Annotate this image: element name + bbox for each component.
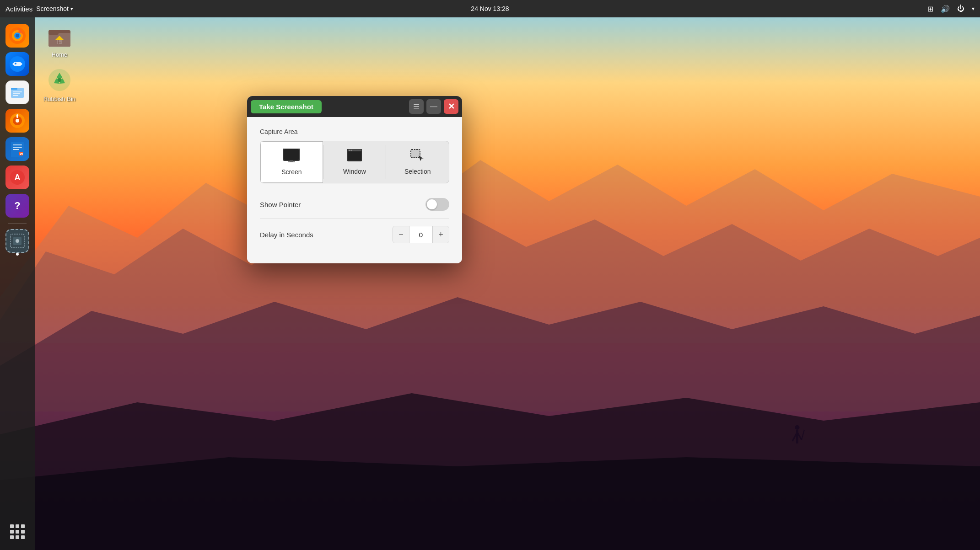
delay-label: Delay in Seconds: [260, 231, 313, 239]
dock-item-firefox[interactable]: [5, 23, 30, 48]
svg-point-24: [16, 119, 19, 123]
panel-datetime: 24 Nov 13:28: [471, 5, 509, 12]
desktop-icon-home-label: Home: [52, 51, 68, 58]
delay-stepper: − +: [393, 226, 449, 243]
dock-item-appstore[interactable]: A: [5, 165, 30, 190]
svg-point-14: [16, 34, 19, 37]
panel-app-arrow: ▾: [70, 6, 73, 12]
dock-item-files[interactable]: [5, 80, 30, 105]
capture-window-label: Window: [343, 168, 366, 175]
svg-rect-19: [13, 91, 22, 92]
dialog-minimize-button[interactable]: —: [426, 99, 441, 114]
screenshot-dialog: Take Screenshot ☰ — ✕ Capture Area Scr: [247, 96, 462, 263]
dock-apps-grid-button[interactable]: [5, 519, 30, 545]
desktop-icon-home[interactable]: Home: [41, 23, 78, 58]
panel-right: ⊞ 🔊 ⏻ ▾: [927, 5, 975, 13]
svg-marker-59: [419, 155, 424, 161]
capture-screen-label: Screen: [281, 168, 302, 176]
capture-selection-button[interactable]: Selection: [386, 141, 449, 183]
svg-point-56: [351, 150, 352, 151]
svg-rect-25: [16, 114, 18, 118]
capture-area-label: Capture Area: [260, 128, 449, 135]
dialog-menu-button[interactable]: ☰: [409, 99, 424, 114]
svg-rect-51: [288, 161, 295, 162]
panel-system-arrow[interactable]: ▾: [972, 5, 975, 12]
dialog-titlebar: Take Screenshot ☰ — ✕: [247, 96, 462, 117]
firefox-icon: [8, 27, 27, 45]
dock-item-thunderbird[interactable]: [5, 51, 30, 77]
toggle-knob: [427, 199, 437, 209]
dock-item-rhythmbox[interactable]: [5, 108, 30, 133]
svg-rect-57: [411, 150, 420, 158]
appstore-icon: A: [9, 169, 26, 186]
panel-app-label: Screenshot: [36, 5, 69, 12]
show-pointer-label: Show Pointer: [260, 201, 301, 208]
desktop-icon-rubbish[interactable]: Rubbish Bin: [41, 67, 78, 102]
window-icon: [347, 149, 362, 164]
desktop-background: [0, 0, 980, 550]
delay-increment-button[interactable]: +: [432, 226, 449, 243]
svg-marker-5: [0, 457, 980, 550]
desktop-icons: Home Rubbish Bin: [41, 23, 78, 102]
dock: W A ?: [0, 17, 35, 550]
svg-point-7: [795, 425, 800, 430]
dialog-close-button[interactable]: ✕: [444, 99, 458, 114]
screen-icon: [283, 149, 300, 165]
activities-button[interactable]: Activities: [5, 5, 32, 13]
svg-rect-28: [13, 147, 22, 148]
dialog-content: Capture Area Screen: [247, 117, 462, 263]
writer-icon: W: [9, 141, 26, 157]
svg-text:A: A: [15, 173, 21, 182]
panel-grid-icon[interactable]: ⊞: [927, 5, 933, 13]
show-pointer-row: Show Pointer: [260, 191, 449, 219]
screenshot-icon: [10, 233, 25, 249]
dock-item-screenshot[interactable]: [5, 228, 30, 254]
panel-app-menu[interactable]: Screenshot ▾: [36, 5, 73, 12]
svg-point-47: [58, 78, 61, 82]
show-pointer-toggle[interactable]: [425, 198, 449, 211]
selection-icon: [410, 149, 425, 164]
dock-item-writer[interactable]: W: [5, 136, 30, 162]
dock-item-help[interactable]: ?: [5, 193, 30, 219]
svg-rect-49: [284, 149, 299, 160]
thunderbird-icon: [9, 55, 26, 73]
dialog-controls: ☰ — ✕: [409, 99, 458, 114]
svg-rect-53: [348, 151, 361, 160]
delay-row: Delay in Seconds − +: [260, 219, 449, 251]
take-screenshot-button[interactable]: Take Screenshot: [251, 100, 322, 113]
svg-text:W: W: [20, 152, 23, 156]
svg-rect-21: [13, 95, 18, 96]
svg-rect-27: [13, 144, 22, 145]
panel-power-icon[interactable]: ⏻: [957, 5, 964, 13]
apps-grid-icon: [8, 523, 27, 541]
svg-rect-20: [13, 93, 20, 94]
capture-window-button[interactable]: Window: [323, 141, 386, 183]
files-icon: [9, 84, 26, 101]
svg-point-38: [16, 239, 19, 243]
desktop-icon-rubbish-label: Rubbish Bin: [43, 96, 75, 102]
top-panel: Activities Screenshot ▾ 24 Nov 13:28 ⊞ 🔊…: [0, 0, 980, 17]
svg-rect-18: [11, 88, 17, 90]
capture-selection-label: Selection: [404, 168, 431, 175]
rubbish-bin-icon: [47, 67, 72, 93]
dock-active-indicator: [16, 253, 19, 256]
svg-rect-29: [13, 149, 19, 150]
capture-area-buttons: Screen Window: [260, 141, 449, 183]
rhythmbox-icon: [9, 112, 26, 129]
help-icon: ?: [9, 198, 26, 214]
svg-text:?: ?: [14, 200, 20, 211]
home-folder-icon: [47, 23, 72, 48]
svg-point-16: [15, 63, 16, 64]
svg-rect-6: [796, 430, 798, 443]
svg-rect-45: [58, 42, 61, 43]
delay-value-input[interactable]: [409, 227, 432, 242]
dock-separator: [8, 223, 27, 224]
svg-rect-41: [48, 30, 59, 35]
panel-left: Activities Screenshot ▾: [5, 5, 73, 13]
delay-decrement-button[interactable]: −: [393, 226, 409, 243]
panel-volume-icon[interactable]: 🔊: [941, 5, 950, 13]
svg-point-55: [349, 150, 350, 151]
capture-screen-button[interactable]: Screen: [260, 141, 323, 183]
